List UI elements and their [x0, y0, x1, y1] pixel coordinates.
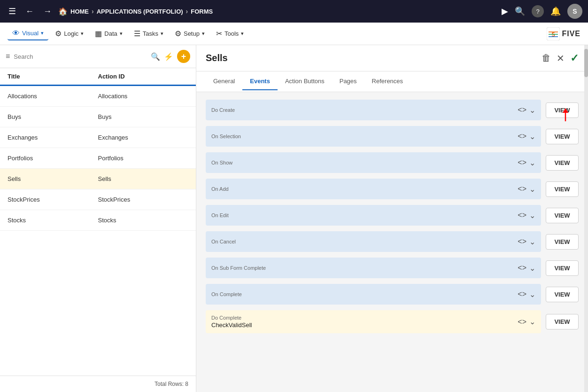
chevron-icon[interactable]: ⌄	[529, 158, 535, 167]
code-icon[interactable]: <>	[518, 158, 526, 167]
chevron-icon[interactable]: ⌄	[529, 237, 535, 246]
event-field-on-show[interactable]: On Show <> ⌄	[206, 152, 541, 173]
breadcrumb: 🏠 HOME › APPLICATIONS (PORTFOLIO) › FORM…	[58, 7, 213, 16]
logic-label: Logic	[64, 30, 78, 37]
delete-icon[interactable]: 🗑	[542, 53, 551, 63]
tab-general[interactable]: General	[206, 73, 242, 90]
event-field-do-create[interactable]: Do Create <> ⌄	[206, 100, 541, 120]
chevron-icon[interactable]: ⌄	[529, 317, 535, 326]
event-row-on-add: On Add <> ⌄ VIEW	[206, 179, 579, 199]
table-row[interactable]: Portfolios Portfolios	[0, 148, 196, 169]
event-field-on-complete[interactable]: On Complete <> ⌄	[206, 284, 541, 305]
view-button-on-complete[interactable]: VIEW	[546, 287, 579, 302]
code-icon[interactable]: <>	[518, 106, 526, 114]
tab-events-label: Events	[250, 78, 270, 85]
filter-icon[interactable]: ≡	[6, 52, 10, 61]
forward-icon[interactable]: →	[40, 5, 54, 18]
tab-events[interactable]: Events	[242, 73, 278, 90]
nav-item-data[interactable]: ▦ Data ▾	[90, 27, 127, 40]
applications-label[interactable]: APPLICATIONS (PORTFOLIO)	[97, 8, 183, 15]
view-button-on-sub-form-complete[interactable]: VIEW	[546, 260, 579, 276]
code-icon[interactable]: <>	[518, 185, 526, 193]
event-field-do-complete[interactable]: Do Complete CheckValidSell <> ⌄	[206, 310, 541, 333]
nav-item-logic[interactable]: ⚙ Logic ▾	[50, 27, 88, 40]
tab-pages[interactable]: Pages	[332, 73, 364, 90]
column-title: Title	[8, 73, 98, 80]
home-label[interactable]: HOME	[70, 8, 89, 15]
lightning-icon[interactable]: ⚡	[164, 52, 173, 61]
nav-item-tools[interactable]: ✂ Tools ▾	[211, 27, 248, 40]
table-row[interactable]: Buys Buys	[0, 107, 196, 127]
sidebar: ≡ 🔍 ⚡ + Title Action ID Allocations Allo…	[0, 45, 196, 392]
code-icon[interactable]: <>	[518, 237, 526, 246]
code-icon[interactable]: <>	[518, 290, 526, 298]
close-icon[interactable]: ✕	[557, 53, 565, 64]
nav-item-visual[interactable]: 👁 Visual ▾	[8, 27, 48, 40]
tab-references[interactable]: References	[364, 73, 410, 90]
view-button-on-cancel[interactable]: VIEW	[546, 234, 579, 250]
play-icon[interactable]: ▶	[502, 6, 508, 16]
tools-icon: ✂	[216, 29, 222, 38]
event-row-do-complete: Do Complete CheckValidSell <> ⌄ VIEW	[206, 310, 579, 333]
table-row[interactable]: Stocks Stocks	[0, 210, 196, 231]
forms-label[interactable]: FORMS	[191, 8, 213, 15]
confirm-icon[interactable]: ✓	[570, 52, 579, 64]
view-button-do-complete[interactable]: VIEW	[546, 314, 579, 329]
code-icon[interactable]: <>	[518, 211, 526, 220]
panel-actions: 🗑 ✕ ✓	[542, 52, 579, 64]
view-button-on-selection[interactable]: VIEW	[546, 129, 579, 144]
panel-title: Sells	[206, 53, 542, 63]
column-action-id: Action ID	[98, 73, 189, 80]
event-row-on-edit: On Edit <> ⌄ VIEW	[206, 205, 579, 226]
search-input[interactable]	[14, 53, 147, 60]
nav-item-setup[interactable]: ⚙ Setup ▾	[170, 27, 209, 40]
add-button[interactable]: +	[177, 50, 190, 63]
event-field-on-selection[interactable]: On Selection <> ⌄	[206, 126, 541, 147]
chevron-icon[interactable]: ⌄	[529, 290, 535, 299]
setup-icon: ⚙	[175, 29, 181, 38]
scrollbar-thumb[interactable]	[584, 49, 588, 77]
code-icon[interactable]: <>	[518, 132, 526, 141]
event-field-content: On Sub Form Complete	[211, 265, 518, 271]
chevron-icon[interactable]: ⌄	[529, 264, 535, 273]
event-field-on-edit[interactable]: On Edit <> ⌄	[206, 205, 541, 226]
chevron-icon[interactable]: ⌄	[529, 106, 535, 115]
chevron-icon[interactable]: ⌄	[529, 132, 535, 141]
menu-icon[interactable]: ☰	[6, 4, 19, 18]
tab-action-buttons[interactable]: Action Buttons	[278, 73, 332, 90]
events-content: Do Create <> ⌄ VIEW On Selection	[196, 92, 588, 392]
code-icon[interactable]: <>	[518, 318, 526, 326]
table-row-sells[interactable]: Sells Sells	[0, 169, 196, 189]
view-button-on-show[interactable]: VIEW	[546, 155, 579, 171]
table-row[interactable]: Allocations Allocations	[0, 86, 196, 107]
view-button-on-edit[interactable]: VIEW	[546, 208, 579, 223]
svg-marker-6	[563, 108, 568, 113]
search-icon[interactable]: 🔍	[151, 52, 160, 61]
bell-icon[interactable]: 🔔	[550, 6, 561, 16]
view-button-on-add[interactable]: VIEW	[546, 181, 579, 197]
table-row[interactable]: Exchanges Exchanges	[0, 127, 196, 148]
logic-icon: ⚙	[55, 29, 62, 38]
top-nav-right: ▶ 🔍 ? 🔔 S	[502, 4, 582, 19]
row-action-id: Stocks	[98, 217, 189, 224]
total-rows-label: Total Rows: 8	[155, 381, 188, 387]
chevron-icon[interactable]: ⌄	[529, 211, 535, 220]
event-field-on-add[interactable]: On Add <> ⌄	[206, 179, 541, 199]
tasks-label: Tasks	[143, 30, 158, 37]
help-icon[interactable]: ?	[532, 5, 544, 17]
event-icons-on-sub-form-complete: <> ⌄	[518, 264, 535, 273]
chevron-icon[interactable]: ⌄	[529, 185, 535, 194]
tasks-dropdown-icon: ▾	[161, 31, 163, 37]
event-field-content: On Edit	[211, 212, 518, 218]
nav-item-tasks[interactable]: ☰ Tasks ▾	[129, 27, 168, 40]
search-icon[interactable]: 🔍	[515, 6, 525, 16]
code-icon[interactable]: <>	[518, 264, 526, 272]
back-icon[interactable]: ←	[23, 5, 37, 18]
tools-label: Tools	[224, 30, 239, 37]
table-row[interactable]: StockPrices StockPrices	[0, 189, 196, 210]
data-label: Data	[104, 30, 117, 37]
event-field-on-sub-form-complete[interactable]: On Sub Form Complete <> ⌄	[206, 258, 541, 278]
row-action-id: StockPrices	[98, 196, 189, 203]
setup-label: Setup	[184, 30, 200, 37]
event-field-on-cancel[interactable]: On Cancel <> ⌄	[206, 231, 541, 252]
